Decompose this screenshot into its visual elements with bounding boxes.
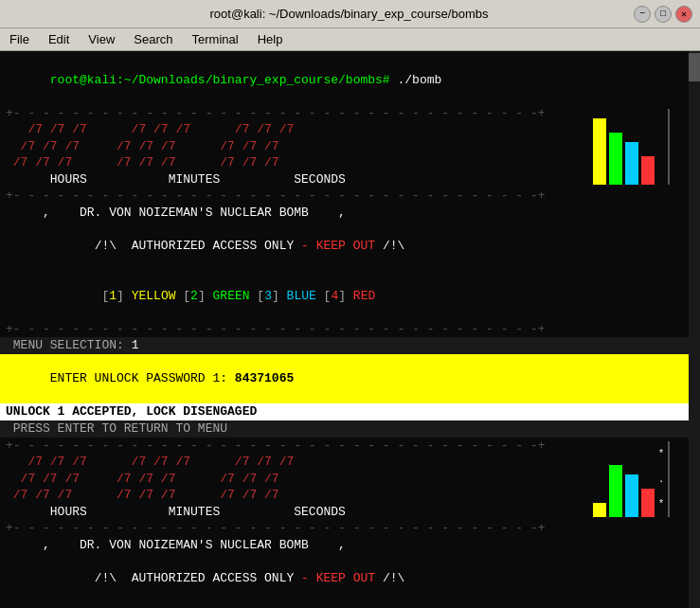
divider-bot-top: +- - - - - - - - - - - - - - - - - - - -… (0, 321, 689, 338)
menu-search[interactable]: Search (128, 30, 178, 48)
slash-art-top-1: /7 /7 /7 /7 /7 /7 /7 /7 /7 (0, 121, 689, 138)
bar-divider-top (668, 109, 670, 185)
menu-terminal[interactable]: Terminal (187, 30, 244, 48)
bar-cyan-top (625, 142, 638, 185)
prompt-text: root@kali:~/Downloads/binary_exp_course/… (50, 73, 390, 87)
unlock-accepted-line: UNLOCK 1 ACCEPTED, LOCK DISENGAGED (0, 403, 689, 420)
bar-cyan-bottom (625, 474, 638, 517)
divider-mid-top: +- - - - - - - - - - - - - - - - - - - -… (0, 188, 689, 205)
prompt-line: root@kali:~/Downloads/binary_exp_course/… (0, 55, 689, 105)
top-bars (593, 109, 670, 185)
bottom-timer-section: * . * +- - - - - - - - - - - - - - - - -… (0, 438, 689, 521)
bar-yellow-bottom (593, 503, 606, 517)
minimize-button[interactable]: − (634, 6, 651, 23)
bomb-title-bottom: , DR. VON NOIZEMAN'S NUCLEAR BOMB , (0, 537, 689, 554)
window-title: root@kali: ~/Downloads/binary_exp_course… (64, 7, 634, 21)
close-button[interactable]: ✕ (675, 6, 692, 23)
slash-art-bottom-1: /7 /7 /7 /7 /7 /7 /7 /7 /7 (0, 454, 689, 471)
maximize-button[interactable]: □ (655, 6, 672, 23)
press-enter-line: PRESS ENTER TO RETURN TO MENU (0, 420, 689, 438)
auth-line-top: /!\ AUTHORIZED ACCESS ONLY - KEEP OUT /!… (0, 221, 689, 271)
bomb-title-top: , DR. VON NOIZEMAN'S NUCLEAR BOMB , (0, 205, 689, 222)
time-labels-bottom: HOURS MINUTES SECONDS (0, 504, 689, 521)
divider-top-bottom: +- - - - - - - - - - - - - - - - - - - -… (0, 438, 689, 455)
window-controls: − □ ✕ (634, 6, 692, 23)
bar-red-bottom (641, 489, 655, 517)
titlebar: root@kali: ~/Downloads/binary_exp_course… (0, 0, 700, 28)
terminal-content: root@kali:~/Downloads/binary_exp_course/… (0, 55, 689, 604)
slash-art-top-2: /7 /7 /7 /7 /7 /7 /7 /7 /7 (0, 138, 689, 155)
bottom-bars: * . * (593, 441, 670, 517)
menu-file[interactable]: File (4, 30, 35, 48)
command-text: ./bomb (390, 73, 442, 87)
menu-options-bottom: [1] YELLOW [2] GREEN [3] BLUE [4] RED (0, 603, 689, 604)
menu-edit[interactable]: Edit (43, 30, 75, 48)
top-bomb-section: +- - - - - - - - - - - - - - - - - - - -… (0, 188, 689, 337)
password-entry-line: ENTER UNLOCK PASSWORD 1: 84371065 (0, 354, 689, 404)
bar-divider-bottom (668, 441, 670, 517)
bar-green-bottom (609, 465, 622, 517)
time-labels-top: HOURS MINUTES SECONDS (0, 171, 689, 188)
top-timer-section: +- - - - - - - - - - - - - - - - - - - -… (0, 105, 689, 188)
slash-art-top-3: /7 /7 /7 /7 /7 /7 /7 /7 /7 (0, 154, 689, 171)
auth-line-bottom: /!\ AUTHORIZED ACCESS ONLY - KEEP OUT /!… (0, 553, 689, 603)
menu-view[interactable]: View (82, 30, 120, 48)
menu-selection-line: MENU SELECTION: 1 (0, 337, 689, 354)
bar-green-top (609, 133, 622, 185)
scrollbar[interactable] (689, 51, 700, 608)
slash-art-bottom-2: /7 /7 /7 /7 /7 /7 /7 /7 /7 (0, 471, 689, 488)
password-label: ENTER UNLOCK PASSWORD 1: (50, 371, 235, 385)
menu-options-top: [1] YELLOW [2] GREEN [3] BLUE [4] RED (0, 271, 689, 321)
bar-red-top (641, 156, 655, 185)
divider-top: +- - - - - - - - - - - - - - - - - - - -… (0, 105, 689, 122)
menubar: File Edit View Search Terminal Help (0, 28, 700, 51)
bottom-bomb-section: +- - - - - - - - - - - - - - - - - - - -… (0, 520, 689, 604)
bar-yellow-top (593, 118, 606, 185)
menu-help[interactable]: Help (252, 30, 289, 48)
divider-mid-bottom: +- - - - - - - - - - - - - - - - - - - -… (0, 520, 689, 537)
scrollbar-thumb[interactable] (689, 53, 700, 81)
password-value: 84371065 (235, 371, 294, 385)
slash-art-bottom-3: /7 /7 /7 /7 /7 /7 /7 /7 /7 (0, 487, 689, 504)
terminal[interactable]: root@kali:~/Downloads/binary_exp_course/… (0, 51, 700, 608)
